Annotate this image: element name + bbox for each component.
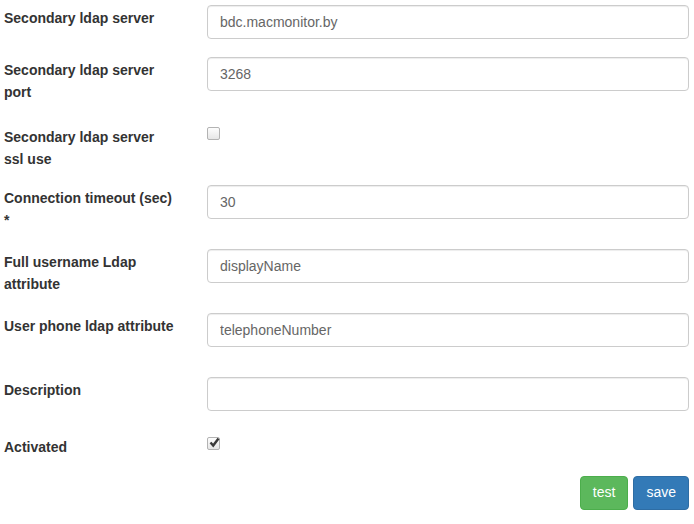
secondary-ldap-server-input[interactable]	[207, 5, 689, 39]
description-input[interactable]	[207, 377, 689, 411]
form-row-connection-timeout: Connection timeout (sec) *	[4, 185, 689, 249]
user-phone-ldap-attribute-input[interactable]	[207, 313, 689, 347]
form-row-activated: Activated	[4, 434, 689, 476]
activated-checkbox[interactable]	[207, 437, 220, 450]
connection-timeout-input[interactable]	[207, 185, 689, 219]
user-phone-ldap-attribute-label: User phone ldap attribute	[4, 313, 174, 337]
secondary-ldap-server-port-label: Secondary ldap server port	[4, 57, 174, 103]
secondary-ldap-server-ssl-use-label: Secondary ldap server ssl use	[4, 124, 174, 170]
secondary-ldap-server-label: Secondary ldap server	[4, 5, 174, 29]
form-row-description: Description	[4, 377, 689, 434]
form-actions: test save	[4, 476, 689, 510]
full-username-ldap-attribute-input[interactable]	[207, 249, 689, 283]
form-row-secondary-ldap-server-ssl-use: Secondary ldap server ssl use	[4, 124, 689, 185]
activated-label: Activated	[4, 434, 174, 458]
save-button[interactable]: save	[633, 476, 689, 510]
secondary-ldap-server-port-input[interactable]	[207, 57, 689, 91]
form-row-full-username-ldap-attribute: Full username Ldap attribute	[4, 249, 689, 313]
description-label: Description	[4, 377, 174, 401]
form-row-secondary-ldap-server-port: Secondary ldap server port	[4, 57, 689, 124]
full-username-ldap-attribute-label: Full username Ldap attribute	[4, 249, 174, 295]
test-button[interactable]: test	[580, 476, 629, 510]
form-row-secondary-ldap-server: Secondary ldap server	[4, 5, 689, 57]
form-row-user-phone-ldap-attribute: User phone ldap attribute	[4, 313, 689, 377]
connection-timeout-label: Connection timeout (sec) *	[4, 185, 174, 231]
checkmark-icon	[208, 436, 221, 449]
secondary-ldap-server-ssl-use-checkbox[interactable]	[207, 127, 220, 140]
ldap-settings-form: Secondary ldap server Secondary ldap ser…	[0, 0, 694, 524]
